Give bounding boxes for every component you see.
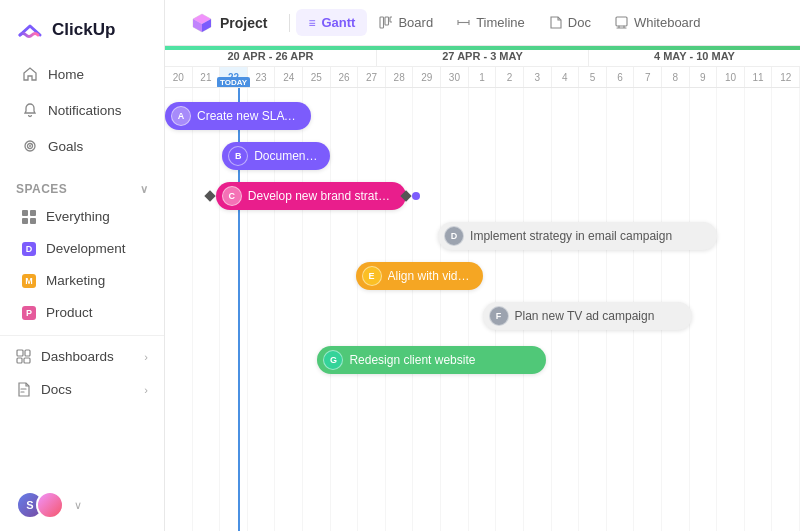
sidebar-item-product[interactable]: P Product <box>6 297 158 328</box>
board-icon <box>379 16 392 29</box>
sidebar-marketing-label: Marketing <box>46 273 105 288</box>
day-cell-13: 3 <box>524 67 552 87</box>
docs-chevron-icon[interactable]: › <box>144 384 148 396</box>
gantt-tab-label: Gantt <box>321 15 355 30</box>
sidebar-item-marketing[interactable]: M Marketing <box>6 265 158 296</box>
doc-tab-label: Doc <box>568 15 591 30</box>
spaces-section: Spaces ∨ Everything D Development M Mark… <box>0 174 164 329</box>
goals-icon <box>22 138 38 154</box>
sidebar-footer: S ∨ <box>0 479 164 531</box>
tab-whiteboard[interactable]: Whiteboard <box>603 9 712 36</box>
marketing-dot: M <box>22 274 36 288</box>
nav-home-label: Home <box>48 67 84 82</box>
task-diamond-left <box>204 190 215 201</box>
logo-area: ClickUp <box>0 0 164 56</box>
gantt-chart: 20 APR - 26 APR 27 APR - 3 MAY 4 MAY - 1… <box>165 46 800 531</box>
user-menu-chevron-icon[interactable]: ∨ <box>74 499 82 512</box>
sidebar-item-everything[interactable]: Everything <box>6 201 158 232</box>
task-bar-2[interactable]: CDevelop new brand strategy <box>216 182 407 210</box>
nav-home[interactable]: Home <box>6 57 158 91</box>
spaces-chevron-icon[interactable]: ∨ <box>140 183 148 196</box>
tab-board[interactable]: Board <box>367 9 445 36</box>
day-cell-0: 20 <box>165 67 193 87</box>
task-label-4: Align with video team <box>388 269 471 283</box>
task-bar-6[interactable]: GRedesign client website <box>317 346 546 374</box>
task-bar-4[interactable]: EAlign with video team <box>356 262 483 290</box>
grid-icon <box>22 210 36 224</box>
nav-goals[interactable]: Goals <box>6 129 158 163</box>
whiteboard-icon <box>615 16 628 29</box>
board-tab-label: Board <box>398 15 433 30</box>
date-range-2-label: 27 APR - 3 MAY <box>442 50 523 62</box>
sidebar-everything-label: Everything <box>46 209 110 224</box>
date-range-1-label: 20 APR - 26 APR <box>228 50 314 62</box>
day-cell-22: 12 <box>772 67 800 87</box>
task-label-1: Document KPIs <box>254 149 318 163</box>
svg-rect-6 <box>24 358 30 363</box>
day-cell-15: 5 <box>579 67 607 87</box>
sidebar-item-development[interactable]: D Development <box>6 233 158 264</box>
date-days-row: 202122TODAY23242526272829301234567891011… <box>165 67 800 87</box>
day-cell-21: 11 <box>745 67 773 87</box>
day-cell-11: 1 <box>469 67 497 87</box>
task-avatar-4: E <box>362 266 382 286</box>
day-cell-8: 28 <box>386 67 414 87</box>
spaces-header: Spaces ∨ <box>0 174 164 200</box>
nav-notifications[interactable]: Notifications <box>6 93 158 127</box>
task-label-3: Implement strategy in email campaign <box>470 229 672 243</box>
task-label-0: Create new SLA for client <box>197 109 299 123</box>
day-cell-2: 22TODAY <box>220 67 248 87</box>
dashboards-chevron-icon[interactable]: › <box>144 351 148 363</box>
development-dot: D <box>22 242 36 256</box>
day-cell-6: 26 <box>331 67 359 87</box>
day-cell-7: 27 <box>358 67 386 87</box>
dashboards-icon <box>16 349 31 364</box>
gantt-dates: 20 APR - 26 APR 27 APR - 3 MAY 4 MAY - 1… <box>165 46 800 87</box>
day-cell-17: 7 <box>634 67 662 87</box>
user-avatar-group: S <box>16 491 64 519</box>
day-cell-4: 24 <box>275 67 303 87</box>
task-bar-0[interactable]: ACreate new SLA for client <box>165 102 311 130</box>
task-avatar-6: G <box>323 350 343 370</box>
nav-goals-label: Goals <box>48 139 83 154</box>
task-bar-3[interactable]: DImplement strategy in email campaign <box>438 222 717 250</box>
task-bar-1[interactable]: BDocument KPIs <box>222 142 330 170</box>
tab-divider <box>289 14 290 32</box>
task-avatar-1: B <box>228 146 248 166</box>
project-tab[interactable]: Project <box>181 8 277 38</box>
day-cell-14: 4 <box>552 67 580 87</box>
svg-rect-3 <box>17 350 23 356</box>
day-cell-19: 9 <box>690 67 718 87</box>
task-avatar-0: A <box>171 106 191 126</box>
sidebar-item-docs[interactable]: Docs › <box>0 373 164 406</box>
svg-rect-5 <box>17 358 22 363</box>
user-avatar-2 <box>36 491 64 519</box>
task-dot <box>412 192 420 200</box>
task-bar-5[interactable]: FPlan new TV ad campaign <box>483 302 693 330</box>
gantt-tab-icon: ≡ <box>308 16 315 30</box>
sidebar-product-label: Product <box>46 305 93 320</box>
day-cell-9: 29 <box>413 67 441 87</box>
svg-rect-4 <box>25 350 30 356</box>
home-icon <box>22 66 38 82</box>
task-label-5: Plan new TV ad campaign <box>515 309 655 323</box>
sidebar-dashboards-label: Dashboards <box>41 349 114 364</box>
sidebar-development-label: Development <box>46 241 126 256</box>
svg-rect-13 <box>616 17 627 26</box>
project-icon <box>191 12 213 34</box>
nav-notifications-label: Notifications <box>48 103 122 118</box>
tab-timeline[interactable]: Timeline <box>445 9 537 36</box>
day-cell-16: 6 <box>607 67 635 87</box>
project-label: Project <box>220 15 267 31</box>
task-avatar-5: F <box>489 306 509 326</box>
day-cell-18: 8 <box>662 67 690 87</box>
logo-text: ClickUp <box>52 20 115 40</box>
task-label-6: Redesign client website <box>349 353 475 367</box>
clickup-logo-icon <box>16 16 44 44</box>
tabs-bar: Project ≡ Gantt Board Timeline <box>165 0 800 46</box>
sidebar-item-dashboards[interactable]: Dashboards › <box>0 340 164 373</box>
tab-gantt[interactable]: ≡ Gantt <box>296 9 367 36</box>
gantt-body: ACreate new SLA for clientBDocument KPIs… <box>165 88 800 531</box>
sidebar: ClickUp Home Notifications Goals Spaces … <box>0 0 165 531</box>
tab-doc[interactable]: Doc <box>537 9 603 36</box>
